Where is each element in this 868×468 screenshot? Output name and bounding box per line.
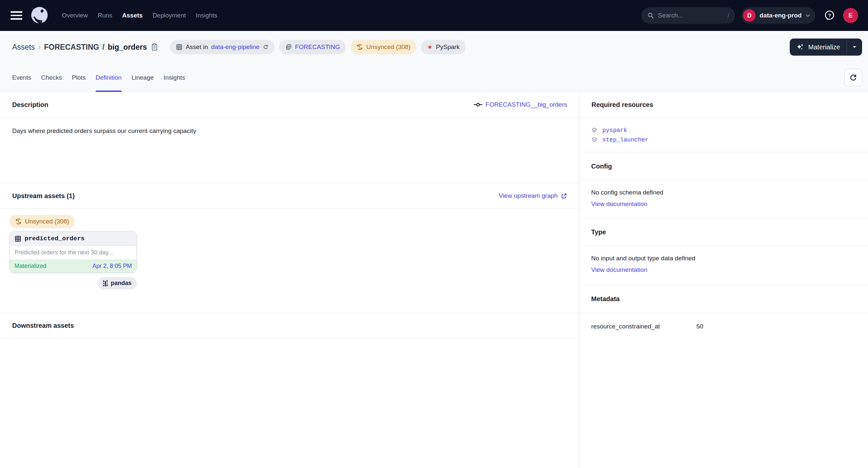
search-icon — [647, 12, 654, 19]
asset-card-kind-row: pandas — [9, 277, 137, 289]
asset-card-timestamp[interactable]: Apr 2, 8:05 PM — [92, 263, 132, 269]
search-input[interactable] — [658, 12, 724, 19]
breadcrumb-asset-name: big_orders — [108, 43, 147, 52]
view-upstream-graph-link[interactable]: View upstream graph — [499, 192, 567, 200]
caret-down-icon — [852, 46, 857, 48]
asset-header: Assets › FORECASTING / big_orders — [0, 31, 868, 92]
upstream-asset-card[interactable]: predicted_orders Predicted orders for th… — [9, 231, 137, 273]
refresh-button[interactable] — [844, 69, 862, 87]
pipeline-link[interactable]: data-eng-pipeline — [211, 43, 259, 51]
right-panel: Required resources pyspark step_launcher… — [579, 92, 868, 468]
tab-insights[interactable]: Insights — [164, 63, 185, 92]
copy-asset-key-button[interactable] — [151, 43, 158, 51]
materialize-button[interactable]: Materialize — [790, 38, 847, 56]
type-body: No input and output type data defined Vi… — [579, 246, 868, 285]
help-icon: ? — [824, 10, 835, 21]
layers-icon — [591, 137, 598, 143]
downstream-title: Downstream assets — [12, 322, 74, 329]
breadcrumb-assets-link[interactable]: Assets — [12, 43, 35, 52]
required-resources-header: Required resources — [579, 92, 868, 117]
asset-tabs: Events Checks Plots Definition Lineage I… — [0, 63, 868, 92]
upstream-assets-body: Unsynced (308) predicted_orders — [0, 209, 579, 313]
nav-overview[interactable]: Overview — [62, 12, 88, 19]
sparkles-icon — [796, 43, 804, 51]
search-box[interactable]: / — [642, 7, 735, 24]
asset-card-header: predicted_orders — [10, 232, 136, 246]
table-grid-icon — [176, 44, 183, 50]
description-section-header: Description FORECASTING__big_orders — [0, 92, 579, 117]
help-button[interactable]: ? — [824, 10, 835, 21]
resource-step-launcher[interactable]: step_launcher — [591, 135, 856, 145]
op-name-link[interactable]: FORECASTING__big_orders — [474, 101, 567, 108]
config-body: No config schema defined View documentat… — [579, 180, 868, 218]
type-section-header: Type — [579, 218, 868, 246]
tag-group-forecasting[interactable]: FORECASTING — [279, 40, 346, 54]
tag-compute-kind-pyspark[interactable]: ✶ PySpark — [421, 40, 465, 54]
description-text: Days where predicted orders surpass our … — [12, 127, 196, 134]
tab-events[interactable]: Events — [12, 63, 31, 92]
refresh-small-icon — [263, 44, 269, 50]
external-link-icon — [561, 193, 567, 199]
asset-card-description: Predicted orders for the next 30 day... — [10, 246, 136, 259]
main-nav: Overview Runs Assets Deployment Insights — [62, 12, 217, 19]
group-grid-icon — [285, 44, 291, 50]
table-grid-icon — [14, 235, 21, 242]
dagster-asset-definition-page: { "topnav": { "items": ["Overview", "Run… — [0, 0, 868, 468]
materialize-label: Materialize — [808, 43, 840, 51]
metadata-value: 50 — [696, 323, 703, 330]
config-empty-text: No config schema defined — [591, 189, 856, 196]
nav-runs[interactable]: Runs — [98, 12, 112, 19]
metadata-key: resource_constrained_at — [591, 323, 696, 330]
tab-plots[interactable]: Plots — [72, 63, 86, 92]
group-link[interactable]: FORECASTING — [295, 43, 340, 51]
metadata-title: Metadata — [591, 295, 620, 303]
upstream-unsynced-label: Unsynced (308) — [25, 218, 69, 225]
resource-pyspark[interactable]: pyspark — [591, 125, 856, 135]
pyspark-icon: ✶ — [427, 44, 433, 51]
nav-assets[interactable]: Assets — [122, 12, 143, 19]
svg-text:?: ? — [828, 12, 831, 18]
type-title: Type — [591, 228, 606, 236]
pandas-icon — [103, 280, 108, 287]
tab-definition[interactable]: Definition — [96, 63, 122, 92]
tag-compute-kind-pandas[interactable]: pandas — [98, 277, 137, 289]
config-section-header: Config — [579, 152, 868, 180]
dagster-logo-icon[interactable] — [30, 6, 49, 25]
upstream-unsynced-badge[interactable]: Unsynced (308) — [9, 215, 74, 228]
deployment-badge: D — [743, 9, 755, 22]
metadata-row: resource_constrained_at 50 — [591, 323, 856, 330]
type-empty-text: No input and output type data defined — [591, 255, 856, 262]
required-resources-title: Required resources — [591, 101, 653, 109]
tag-asset-in-pipeline[interactable]: Asset in data-eng-pipeline — [170, 40, 275, 54]
metadata-body: resource_constrained_at 50 — [579, 313, 868, 340]
config-view-documentation-link[interactable]: View documentation — [591, 200, 647, 208]
sync-alert-icon — [356, 44, 363, 50]
required-resources-body: pyspark step_launcher — [579, 117, 868, 152]
tag-unsynced[interactable]: Unsynced (308) — [350, 40, 416, 54]
layers-icon — [591, 127, 598, 134]
asset-card-status-row: Materialized Apr 2, 8:05 PM — [10, 259, 136, 272]
sync-alert-icon — [15, 218, 22, 225]
config-title: Config — [591, 163, 612, 170]
refresh-icon — [849, 74, 858, 82]
nav-deployment[interactable]: Deployment — [153, 12, 186, 19]
resource-name[interactable]: pyspark — [602, 127, 627, 134]
asset-card-name: predicted_orders — [25, 235, 85, 242]
asset-card-status: Materialized — [14, 263, 46, 269]
op-node-icon — [474, 103, 482, 107]
view-upstream-graph-label: View upstream graph — [499, 192, 558, 200]
downstream-section-header: Downstream assets — [0, 313, 579, 338]
nav-insights[interactable]: Insights — [196, 12, 217, 19]
tab-checks[interactable]: Checks — [41, 63, 62, 92]
user-avatar[interactable]: E — [843, 8, 858, 23]
breadcrumb-chevron-icon: › — [38, 42, 41, 52]
deployment-switcher[interactable]: D data-eng-prod — [741, 7, 815, 24]
hamburger-menu-icon[interactable] — [10, 11, 22, 20]
type-view-documentation-link[interactable]: View documentation — [591, 266, 647, 273]
deployment-name: data-eng-prod — [760, 12, 802, 19]
materialize-dropdown-button[interactable] — [847, 38, 862, 56]
tab-lineage[interactable]: Lineage — [131, 63, 154, 92]
asset-header-tags: Asset in data-eng-pipeline FORECASTING — [170, 40, 466, 54]
resource-name[interactable]: step_launcher — [602, 137, 648, 143]
pandas-label: pandas — [111, 280, 131, 287]
